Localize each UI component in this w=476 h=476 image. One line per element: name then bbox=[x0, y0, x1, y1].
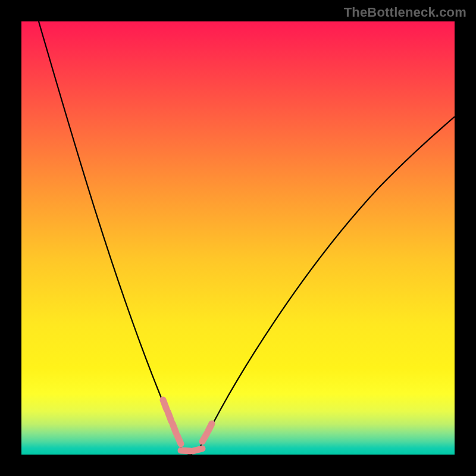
chart-frame: TheBottleneck.com bbox=[0, 0, 476, 476]
range-highlight bbox=[163, 400, 212, 451]
plot-area bbox=[21, 21, 455, 455]
curve-layer bbox=[21, 21, 455, 455]
bottleneck-curve bbox=[39, 21, 455, 454]
svg-line-1 bbox=[168, 412, 171, 421]
svg-line-6 bbox=[202, 433, 207, 441]
watermark-text: TheBottleneck.com bbox=[344, 5, 466, 20]
svg-line-4 bbox=[181, 450, 190, 451]
svg-line-2 bbox=[173, 424, 176, 433]
svg-line-7 bbox=[208, 424, 212, 431]
svg-line-3 bbox=[177, 436, 181, 444]
svg-line-0 bbox=[163, 400, 167, 409]
svg-line-5 bbox=[193, 449, 202, 451]
